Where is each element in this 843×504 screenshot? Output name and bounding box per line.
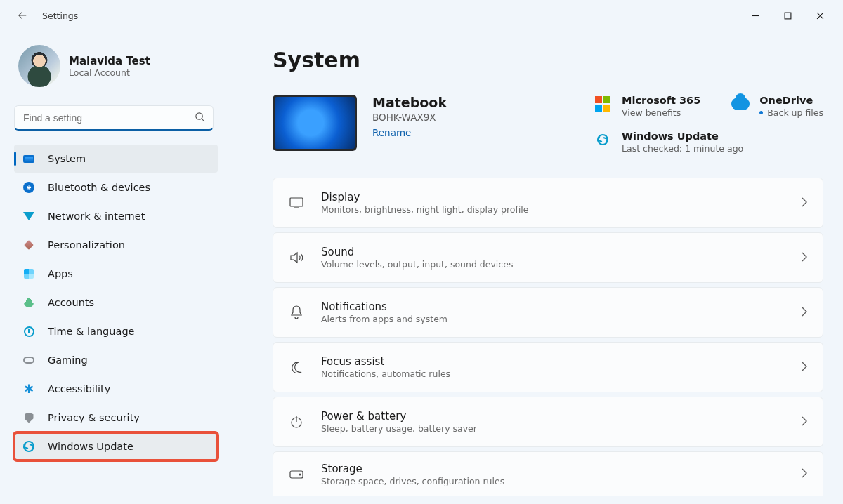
rename-link[interactable]: Rename [372, 127, 447, 138]
onedrive-icon [731, 95, 750, 113]
sidebar-item-label: Apps [48, 268, 73, 279]
promo-onedrive[interactable]: OneDrive Back up files [731, 95, 823, 118]
sidebar-item-accounts[interactable]: Accounts [14, 289, 218, 317]
svg-rect-2 [290, 198, 303, 206]
window-minimize-button[interactable] [739, 5, 771, 26]
display-icon [289, 197, 304, 208]
wifi-icon [22, 210, 35, 223]
sidebar-item-system[interactable]: System [14, 145, 218, 173]
storage-icon [289, 470, 304, 479]
apps-icon [22, 267, 35, 280]
sidebar-item-personalization[interactable]: Personalization [14, 231, 218, 259]
sidebar-item-label: Accounts [48, 297, 94, 308]
sidebar-item-bluetooth[interactable]: ⁕ Bluetooth & devices [14, 173, 218, 201]
card-title: Notifications [321, 300, 447, 313]
profile-name: Malavida Test [69, 55, 150, 67]
app-title: Settings [42, 11, 78, 21]
chevron-right-icon [802, 362, 807, 373]
sidebar-item-label: Accessibility [48, 383, 110, 394]
search-wrap [14, 105, 214, 131]
card-title: Display [321, 191, 528, 204]
titlebar: Settings [0, 0, 843, 31]
sidebar-item-label: Privacy & security [48, 412, 140, 423]
moon-icon [289, 361, 304, 373]
search-input[interactable] [14, 105, 214, 131]
sidebar-item-label: Windows Update [48, 441, 133, 452]
sidebar-item-label: Time & language [48, 326, 135, 337]
svg-point-5 [299, 474, 301, 475]
accounts-icon [22, 296, 35, 309]
chevron-right-icon [802, 252, 807, 264]
device-name: Matebook [372, 95, 447, 110]
card-sub: Volume levels, output, input, sound devi… [321, 259, 513, 270]
device-thumbnail [273, 95, 357, 151]
search-icon [195, 112, 205, 124]
sidebar-item-label: Gaming [48, 354, 88, 366]
back-button[interactable] [11, 4, 34, 27]
chevron-right-icon [802, 307, 807, 319]
window-maximize-button[interactable] [771, 5, 804, 26]
card-sub: Monitors, brightness, night light, displ… [321, 204, 528, 215]
svg-point-1 [196, 113, 202, 119]
personalization-icon [22, 239, 35, 251]
update-icon [594, 131, 612, 149]
sidebar-item-network[interactable]: Network & internet [14, 202, 218, 230]
maximize-icon [784, 12, 792, 20]
accessibility-icon: ✱ [22, 383, 35, 395]
sidebar-item-label: Network & internet [48, 211, 145, 222]
power-icon [289, 416, 304, 428]
card-title: Focus assist [321, 355, 450, 368]
card-sub: Alerts from apps and system [321, 314, 447, 324]
profile-sub: Local Account [69, 67, 150, 78]
chevron-right-icon [802, 468, 807, 480]
settings-list: DisplayMonitors, brightness, night light… [273, 178, 823, 496]
sidebar-item-accessibility[interactable]: ✱ Accessibility [14, 375, 218, 403]
promo-windows-update[interactable]: Windows Update Last checked: 1 minute ag… [594, 131, 823, 154]
main-content: System Matebook BOHK-WAX9X Rename Micros… [225, 31, 843, 496]
chevron-right-icon [802, 197, 807, 209]
microsoft-logo-icon [594, 95, 612, 113]
card-focus[interactable]: Focus assistNotifications, automatic rul… [273, 342, 823, 392]
window-close-button[interactable] [804, 5, 836, 26]
promo-sub: View benefits [622, 107, 700, 118]
avatar [18, 45, 60, 87]
sidebar: Malavida Test Local Account System ⁕ Blu… [0, 31, 225, 496]
card-sub: Storage space, drives, configuration rul… [321, 476, 504, 486]
card-sound[interactable]: SoundVolume levels, output, input, sound… [273, 232, 823, 283]
sidebar-item-label: Personalization [48, 239, 125, 251]
sound-icon [289, 251, 304, 264]
card-power[interactable]: Power & batterySleep, battery usage, bat… [273, 397, 823, 447]
close-icon [816, 12, 824, 20]
promo-sub: Last checked: 1 minute ago [622, 143, 743, 154]
time-icon [22, 325, 35, 338]
minimize-icon [752, 12, 759, 20]
card-title: Sound [321, 246, 513, 258]
bluetooth-icon: ⁕ [22, 181, 35, 194]
card-sub: Sleep, battery usage, battery saver [321, 423, 477, 434]
sidebar-item-apps[interactable]: Apps [14, 260, 218, 288]
system-icon [22, 152, 35, 165]
profile-block[interactable]: Malavida Test Local Account [14, 42, 218, 94]
card-notifications[interactable]: NotificationsAlerts from apps and system [273, 287, 823, 338]
arrow-left-icon [18, 11, 27, 20]
card-title: Storage [321, 463, 504, 475]
svg-rect-0 [785, 13, 791, 19]
bell-icon [289, 305, 304, 319]
sidebar-item-gaming[interactable]: Gaming [14, 346, 218, 374]
promo-title: Microsoft 365 [622, 95, 700, 106]
promo-title: Windows Update [622, 131, 743, 142]
nav: System ⁕ Bluetooth & devices Network & i… [14, 145, 218, 460]
card-display[interactable]: DisplayMonitors, brightness, night light… [273, 178, 823, 228]
promo-sub: Back up files [759, 107, 823, 118]
promo-microsoft365[interactable]: Microsoft 365 View benefits [594, 95, 700, 118]
shield-icon [22, 411, 35, 424]
card-storage[interactable]: StorageStorage space, drives, configurat… [273, 451, 823, 496]
sidebar-item-label: Bluetooth & devices [48, 182, 150, 193]
sidebar-item-label: System [48, 153, 86, 164]
card-title: Power & battery [321, 410, 477, 423]
chevron-right-icon [802, 416, 807, 428]
sidebar-item-privacy[interactable]: Privacy & security [14, 404, 218, 432]
sidebar-item-windows-update[interactable]: Windows Update [14, 432, 218, 460]
gaming-icon [22, 354, 35, 366]
sidebar-item-time[interactable]: Time & language [14, 317, 218, 345]
